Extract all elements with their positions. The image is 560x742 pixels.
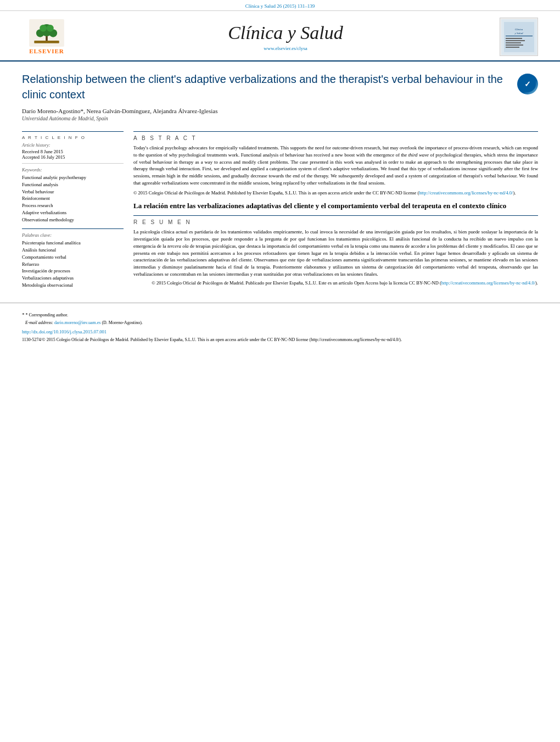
svg-rect-14: [506, 40, 525, 41]
abstract-heading: A B S T R A C T: [133, 135, 538, 141]
keyword-6: Adaptive verbalizations: [22, 209, 124, 216]
two-column-layout: A R T I C L E I N F O Article history: R…: [0, 131, 560, 292]
article-info-section: A R T I C L E I N F O Article history: R…: [22, 131, 124, 223]
page-wrapper: Clínica y Salud 26 (2015) 131–139 ELSEVI…: [0, 0, 560, 742]
email-note: E-mail address: dario.moreno@inv.uam.es …: [22, 320, 538, 326]
resumen-text: La psicología clínica actual es partidar…: [133, 228, 538, 277]
palabras-clave-6: Verbalizaciones adaptativas: [22, 275, 124, 282]
keyword-7: Observational methodology: [22, 216, 124, 224]
footnote-star: *: [22, 312, 25, 317]
received-date: Received 8 June 2015: [22, 149, 124, 154]
left-column: A R T I C L E I N F O Article history: R…: [22, 131, 124, 292]
accepted-date: Accepted 16 July 2015: [22, 154, 124, 160]
abstract-text: Today's clinical psychology advocates fo…: [133, 144, 538, 187]
svg-text:y Salud: y Salud: [514, 32, 523, 35]
article-header: ✓ Relationship between the client's adap…: [0, 62, 560, 131]
palabras-clave-section: Palabras clave: Psicoterapia funcional a…: [22, 228, 124, 288]
palabras-clave-3: Comportamiento verbal: [22, 254, 124, 261]
resumen-section: R E S U M E N La psicología clínica actu…: [133, 215, 538, 286]
history-label: Article history:: [22, 142, 124, 148]
palabras-clave-4: Refuerzo: [22, 261, 124, 268]
article-info-heading: A R T I C L E I N F O: [22, 135, 124, 140]
email-link[interactable]: dario.moreno@inv.uam.es: [54, 320, 100, 325]
crossmark-icon: ✓: [519, 75, 536, 93]
abstract-section: A B S T R A C T Today's clinical psychol…: [133, 131, 538, 196]
spanish-title: La relación entre las verbalizaciones ad…: [133, 202, 538, 211]
authors: Darío Moreno-Agostino*, Nerea Galván-Dom…: [22, 108, 538, 114]
resumen-heading: R E S U M E N: [133, 219, 538, 225]
palabras-clave-5: Investigación de procesos: [22, 267, 124, 275]
svg-rect-13: [506, 38, 522, 39]
abstract-license: © 2015 Colegio Oficial de Psicólogos de …: [133, 190, 538, 197]
affiliation: Universidad Autónoma de Madrid, Spain: [22, 116, 538, 121]
corresponding-author-note: * * Corresponding author.: [22, 311, 538, 319]
keyword-1: Functional analytic psychotherapy: [22, 174, 124, 181]
article-title: Relationship between the client's adapti…: [22, 71, 538, 102]
journal-header: ELSEVIER Clínica y Salud www.elsevier.es…: [0, 11, 560, 62]
journal-thumbnail: Clínica y Salud: [500, 18, 538, 56]
svg-rect-7: [34, 41, 59, 43]
svg-text:✓: ✓: [524, 80, 531, 88]
palabras-clave-1: Psicoterapia funcional analítica: [22, 239, 124, 247]
keyword-5: Process research: [22, 202, 124, 209]
journal-reference: Clínica y Salud 26 (2015) 131–139: [245, 3, 315, 9]
keyword-4: Reinforcement: [22, 195, 124, 202]
elsevier-label: ELSEVIER: [29, 48, 64, 54]
journal-cover-icon: Clínica y Salud: [501, 19, 537, 55]
svg-point-6: [47, 25, 54, 32]
palabras-clave-2: Análisis funcional: [22, 247, 124, 254]
journal-reference-bar: Clínica y Salud 26 (2015) 131–139: [0, 0, 560, 11]
authors-text: Darío Moreno-Agostino*, Nerea Galván-Dom…: [22, 108, 217, 114]
crossmark-badge[interactable]: ✓: [517, 74, 538, 94]
journal-title: Clínica y Salud: [71, 23, 500, 43]
keywords-label: Keywords:: [22, 167, 124, 172]
svg-point-5: [40, 25, 47, 32]
journal-title-area: Clínica y Salud www.elsevier.es/clysa: [71, 23, 500, 51]
doi-anchor[interactable]: http://dx.doi.org/10.1016/j.clysa.2015.0…: [22, 329, 107, 334]
footer-copyright: 1130-5274/© 2015 Colegio Oficial de Psic…: [22, 337, 538, 343]
svg-text:Clínica: Clínica: [514, 28, 523, 31]
svg-rect-16: [506, 44, 523, 46]
svg-rect-15: [506, 42, 521, 43]
email-suffix: (D. Moreno-Agostino).: [102, 320, 142, 325]
email-label: E-mail address:: [25, 320, 53, 325]
footer-area: * * Corresponding author. E-mail address…: [0, 303, 560, 348]
right-column: A B S T R A C T Today's clinical psychol…: [133, 131, 538, 292]
corresponding-label: * Corresponding author.: [26, 313, 69, 317]
palabras-clave-label: Palabras clave:: [22, 232, 124, 238]
palabras-clave-7: Metodología observacional: [22, 282, 124, 289]
journal-url: www.elsevier.es/clysa: [71, 46, 500, 51]
resumen-license-link[interactable]: http://creativecommons.org/licenses/by-n…: [441, 280, 535, 286]
abstract-license-link[interactable]: http://creativecommons.org/licenses/by-n…: [419, 190, 513, 196]
keyword-3: Verbal behaviour: [22, 188, 124, 196]
svg-rect-12: [506, 36, 533, 36]
svg-rect-17: [506, 47, 519, 48]
elsevier-tree-icon: [27, 19, 66, 47]
doi-link[interactable]: http://dx.doi.org/10.1016/j.clysa.2015.0…: [22, 329, 538, 334]
keyword-2: Functional analysis: [22, 181, 124, 188]
resumen-license: © 2015 Colegio Oficial de Psicólogos de …: [133, 280, 538, 287]
elsevier-logo: ELSEVIER: [22, 19, 71, 54]
